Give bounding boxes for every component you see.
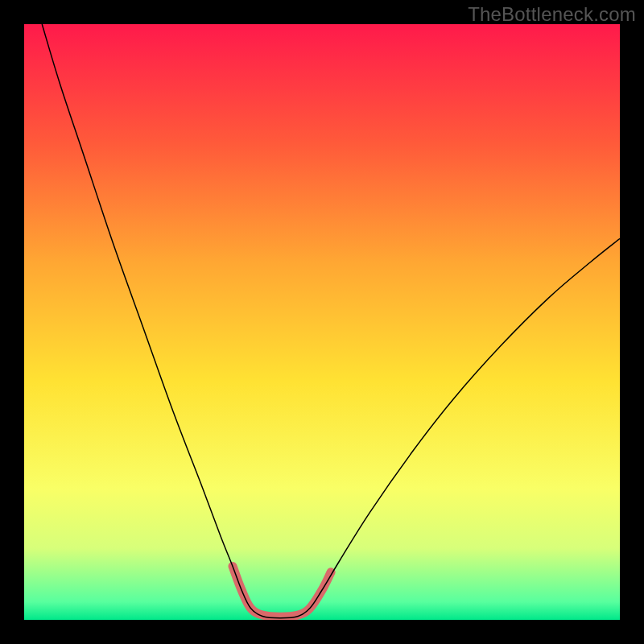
watermark-text: TheBottleneck.com bbox=[468, 3, 636, 26]
chart-frame: TheBottleneck.com bbox=[0, 0, 644, 644]
bottleneck-chart bbox=[24, 24, 620, 620]
gradient-background bbox=[24, 24, 620, 620]
